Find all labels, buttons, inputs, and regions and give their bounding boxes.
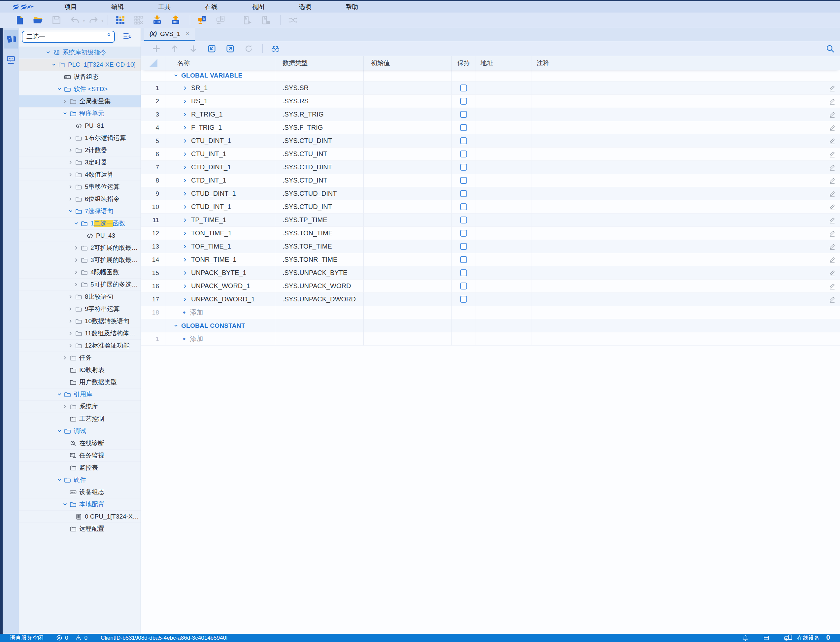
table-row-ctu_dint_1[interactable]: 5CTU_DINT_1.SYS.CTU_DINT xyxy=(141,135,840,148)
chevron-right-icon[interactable] xyxy=(183,99,188,104)
table-search-icon[interactable] xyxy=(826,44,835,53)
search-box[interactable] xyxy=(22,31,115,43)
cell-init-value[interactable] xyxy=(363,227,451,240)
cell-address[interactable] xyxy=(476,240,531,253)
cell-type[interactable]: .SYS.UNPACK_WORD xyxy=(275,280,363,293)
cell-comment[interactable] xyxy=(531,200,840,214)
chevron-down-icon[interactable] xyxy=(56,477,63,483)
tree-item-hardware[interactable]: 硬件 xyxy=(19,474,141,486)
tab-close-icon[interactable]: × xyxy=(185,30,190,37)
cell-comment[interactable] xyxy=(531,266,840,280)
retain-checkbox[interactable] xyxy=(460,203,467,210)
new-file-icon[interactable] xyxy=(14,15,25,26)
chevron-right-icon[interactable] xyxy=(73,269,80,275)
chevron-right-icon[interactable] xyxy=(62,404,69,410)
column-header-type[interactable]: 数据类型 xyxy=(275,56,363,70)
cell-address[interactable] xyxy=(476,148,531,161)
cell-type[interactable]: .SYS.CTD_INT xyxy=(275,174,363,187)
tree-item-software-std[interactable]: 软件 <STD> xyxy=(19,83,141,96)
chevron-right-icon[interactable] xyxy=(183,244,188,249)
cell-init-value[interactable] xyxy=(363,253,451,266)
chevron-right-icon[interactable] xyxy=(183,271,188,275)
chevron-down-icon[interactable] xyxy=(67,208,74,214)
chevron-right-icon[interactable] xyxy=(67,306,74,312)
edit-pencil-icon[interactable] xyxy=(829,151,836,158)
tree-item-debug[interactable]: 调试 xyxy=(19,425,141,437)
cell-address[interactable] xyxy=(476,161,531,174)
tree-item-pu-43[interactable]: PU_43 xyxy=(19,230,141,242)
tree-item-bit-assembly[interactable]: 6位组装指令 xyxy=(19,193,141,205)
chevron-down-icon[interactable] xyxy=(62,501,69,507)
cell-comment[interactable] xyxy=(531,135,840,148)
chevron-down-icon[interactable] xyxy=(62,110,69,117)
add-variable-row[interactable]: 1•添加 xyxy=(141,332,840,345)
cell-address[interactable] xyxy=(476,253,531,266)
cell-comment[interactable] xyxy=(531,280,840,293)
cell-name[interactable]: UNPACK_WORD_1 xyxy=(165,280,275,293)
column-header-comment[interactable]: 注释 xyxy=(531,56,840,70)
tree-item-reference-library[interactable]: 引用库 xyxy=(19,389,141,401)
cell-name[interactable]: CTD_INT_1 xyxy=(165,174,275,187)
tree-item-task-monitor[interactable]: 任务监视 xyxy=(19,449,141,462)
compile-icon[interactable] xyxy=(115,15,126,26)
cell-address[interactable] xyxy=(476,227,531,240)
table-row-rs_1[interactable]: 2RS_1.SYS.RS xyxy=(141,95,840,108)
cell-comment[interactable] xyxy=(531,293,840,306)
cell-add[interactable]: •添加 xyxy=(165,306,275,319)
cell-name[interactable]: CTU_DINT_1 xyxy=(165,135,275,148)
retain-checkbox[interactable] xyxy=(460,269,467,276)
chevron-right-icon[interactable] xyxy=(67,172,74,178)
menu-item-help[interactable]: 帮助 xyxy=(336,3,368,11)
search-input[interactable] xyxy=(26,33,107,40)
edit-pencil-icon[interactable] xyxy=(829,98,836,105)
online-device-icon[interactable] xyxy=(784,634,793,642)
cell-init-value[interactable] xyxy=(363,135,451,148)
chevron-right-icon[interactable] xyxy=(183,178,188,183)
import-icon[interactable] xyxy=(206,43,217,54)
tree-item-remote-configuration[interactable]: 远程配置 xyxy=(19,523,141,535)
table-row-tof_time_1[interactable]: 13TOF_TIME_1.SYS.TOF_TIME xyxy=(141,240,840,253)
cell-name[interactable]: R_TRIG_1 xyxy=(165,108,275,121)
cell-init-value[interactable] xyxy=(363,200,451,214)
tree-item-array-struct-functions[interactable]: 11数组及结构体函数 xyxy=(19,327,141,340)
cell-init-value[interactable] xyxy=(363,95,451,108)
cell-type[interactable]: .SYS.TON_TIME xyxy=(275,227,363,240)
tree-item-expandable-max[interactable]: 2可扩展的取最大值… xyxy=(19,242,141,254)
export-icon[interactable] xyxy=(225,43,235,54)
cell-type[interactable]: .SYS.TONR_TIME xyxy=(275,253,363,266)
cell-name[interactable]: CTD_DINT_1 xyxy=(165,161,275,174)
tree-item-plc-1[interactable]: PLC_1[T324-XE-CD-10] xyxy=(19,59,141,71)
edit-pencil-icon[interactable] xyxy=(829,164,836,171)
retain-checkbox[interactable] xyxy=(460,190,467,197)
cell-comment[interactable] xyxy=(531,240,840,253)
chevron-down-icon[interactable] xyxy=(56,428,63,434)
tree-item-timers[interactable]: 3定时器 xyxy=(19,156,141,169)
tree-item-binary-selection-function[interactable]: 1二选一函数 xyxy=(19,217,141,230)
edit-pencil-icon[interactable] xyxy=(829,111,836,118)
edit-pencil-icon[interactable] xyxy=(829,282,836,290)
chevron-right-icon[interactable] xyxy=(62,355,69,361)
cell-init-value[interactable] xyxy=(363,214,451,227)
cell-name[interactable]: RS_1 xyxy=(165,95,275,108)
section-header-global-variable[interactable]: GLOBAL VARIABLE xyxy=(141,70,840,81)
tree-item-system-library-instructions[interactable]: 系统库初级指令 xyxy=(19,47,141,59)
tree-item-local-configuration[interactable]: 本地配置 xyxy=(19,498,141,511)
tree-item-string-shift-operations[interactable]: 5串移位运算 xyxy=(19,181,141,193)
column-header-init[interactable]: 初始值 xyxy=(363,56,451,70)
table-row-ton_time_1[interactable]: 12TON_TIME_1.SYS.TON_TIME xyxy=(141,227,840,240)
edit-pencil-icon[interactable] xyxy=(829,230,836,237)
cell-name[interactable]: SR_1 xyxy=(165,81,275,95)
tree-item-comparison-statements[interactable]: 8比较语句 xyxy=(19,291,141,303)
retain-checkbox[interactable] xyxy=(460,230,467,237)
table-row-unpack_byte_1[interactable]: 15UNPACK_BYTE_1.SYS.UNPACK_BYTE xyxy=(141,266,840,280)
table-row-ctd_dint_1[interactable]: 7CTD_DINT_1.SYS.CTD_DINT xyxy=(141,161,840,174)
chevron-down-icon[interactable] xyxy=(50,62,57,68)
cell-init-value[interactable] xyxy=(363,293,451,306)
chevron-right-icon[interactable] xyxy=(67,318,74,324)
retain-checkbox[interactable] xyxy=(460,177,467,184)
cell-name[interactable]: UNPACK_BYTE_1 xyxy=(165,266,275,280)
cell-type[interactable]: .SYS.UNPACK_DWORD xyxy=(275,293,363,306)
retain-checkbox[interactable] xyxy=(460,164,467,171)
tree-item-io-mapping-table[interactable]: IO映射表 xyxy=(19,364,141,376)
chevron-right-icon[interactable] xyxy=(67,184,74,190)
